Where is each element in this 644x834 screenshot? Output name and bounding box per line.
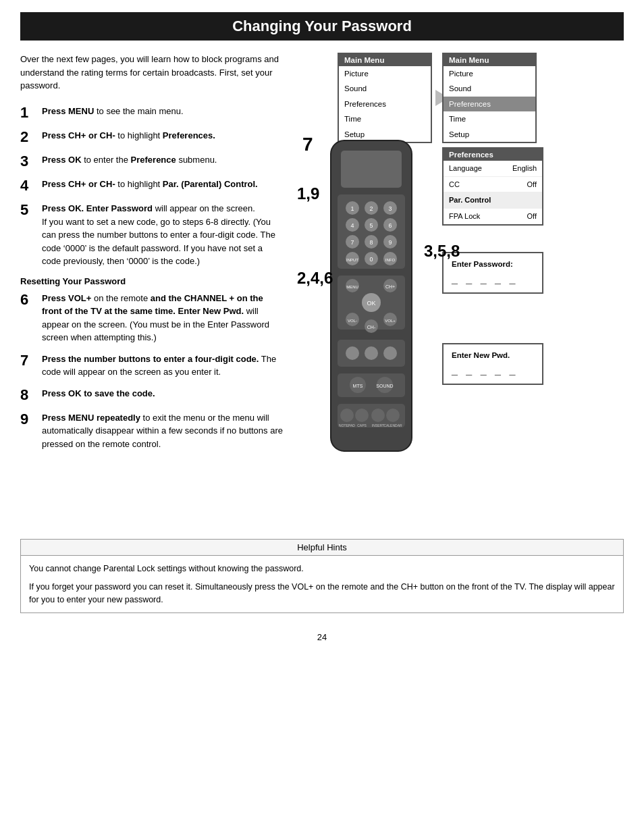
main-menu-box-2: Main Menu Picture Sound Preferences Time… bbox=[442, 53, 537, 143]
menu-item-picture-2: Picture bbox=[444, 66, 535, 81]
enter-newpwd-label: Enter New Pwd. bbox=[452, 351, 534, 359]
remote-control: 1 2 3 4 5 6 7 8 bbox=[317, 134, 425, 460]
svg-text:CH-: CH- bbox=[367, 325, 376, 330]
left-column: Over the next few pages, you will learn … bbox=[20, 53, 284, 525]
enter-newpwd-box: Enter New Pwd. _ _ _ _ _ bbox=[442, 343, 543, 385]
step-4: 4 Press CH+ or CH- to highlight Par. (Pa… bbox=[20, 178, 284, 194]
step-num-2: 2 bbox=[20, 129, 36, 145]
page-number: 24 bbox=[0, 627, 644, 650]
svg-point-41 bbox=[346, 346, 359, 360]
svg-text:INPUT: INPUT bbox=[346, 258, 358, 262]
svg-text:4: 4 bbox=[350, 222, 354, 229]
intro-text: Over the next few pages, you will learn … bbox=[20, 53, 284, 93]
svg-text:CALENDAR: CALENDAR bbox=[383, 423, 402, 427]
right-column: Main Menu Picture Sound Preferences Time… bbox=[297, 53, 554, 525]
svg-text:MTS: MTS bbox=[353, 384, 363, 388]
pref-fpalock-label: FPA Lock bbox=[449, 210, 480, 223]
svg-text:7: 7 bbox=[350, 239, 354, 246]
step-num-4: 4 bbox=[20, 178, 36, 194]
svg-text:INFO: INFO bbox=[385, 258, 396, 262]
pref-fpalock-value: Off bbox=[527, 210, 537, 223]
svg-text:VOL-: VOL- bbox=[348, 319, 357, 323]
pref-parcontrol-label: Par. Control bbox=[449, 194, 491, 207]
svg-point-51 bbox=[355, 409, 369, 422]
svg-text:CH+: CH+ bbox=[385, 284, 395, 289]
svg-text:0: 0 bbox=[369, 256, 373, 263]
enter-password-blanks: _ _ _ _ _ bbox=[452, 273, 534, 286]
step-num-6: 6 bbox=[20, 292, 36, 308]
main-menu-title-2: Main Menu bbox=[444, 54, 535, 66]
step-label-19: 1,9 bbox=[297, 184, 319, 203]
step-text-6: Press VOL+ on the remote and the CHANNEL… bbox=[42, 292, 284, 344]
menu-item-picture-1: Picture bbox=[339, 66, 431, 81]
pref-parcontrol: Par. Control bbox=[444, 192, 542, 209]
menu-item-time-1: Time bbox=[339, 111, 431, 126]
enter-newpwd-blanks: _ _ _ _ _ bbox=[452, 365, 534, 377]
pref-language-label: Language bbox=[449, 162, 482, 175]
steps-section: 1 Press MENU to see the main menu. 2 Pre… bbox=[20, 105, 284, 451]
step-label-246: 2,4,6 bbox=[297, 269, 333, 288]
step-text-2: Press CH+ or CH- to highlight Preference… bbox=[42, 129, 215, 142]
hint-2: If you forget your password you can rese… bbox=[29, 581, 615, 606]
svg-point-52 bbox=[371, 409, 385, 422]
hints-content: You cannot change Parental Lock settings… bbox=[21, 556, 623, 613]
step-text-1: Press MENU to see the main menu. bbox=[42, 105, 184, 118]
enter-password-label: Enter Password: bbox=[452, 260, 534, 268]
svg-point-43 bbox=[383, 346, 397, 360]
step-text-5: Press OK. Enter Password will appear on … bbox=[42, 202, 284, 268]
preferences-box: Preferences Language English CC Off Par.… bbox=[442, 147, 543, 226]
pref-cc-value: Off bbox=[527, 178, 537, 191]
svg-point-50 bbox=[340, 409, 354, 422]
step-num-7: 7 bbox=[20, 353, 36, 369]
svg-text:8: 8 bbox=[369, 239, 373, 246]
svg-text:5: 5 bbox=[369, 222, 373, 229]
step-8: 8 Press OK to save the code. bbox=[20, 387, 284, 403]
svg-text:INSERT: INSERT bbox=[372, 423, 384, 427]
step-num-8: 8 bbox=[20, 387, 36, 403]
step-9: 9 Press MENU repeatedly to exit the menu… bbox=[20, 411, 284, 451]
step-1: 1 Press MENU to see the main menu. bbox=[20, 105, 284, 121]
svg-text:6: 6 bbox=[388, 222, 392, 229]
step-text-8: Press OK to save the code. bbox=[42, 387, 155, 400]
menu-item-prefs-1: Preferences bbox=[339, 97, 431, 111]
svg-rect-44 bbox=[338, 373, 405, 397]
svg-text:SOUND: SOUND bbox=[376, 384, 393, 388]
svg-text:NOTEPAD: NOTEPAD bbox=[339, 423, 355, 427]
svg-text:1: 1 bbox=[350, 205, 354, 212]
step-num-5: 5 bbox=[20, 202, 36, 218]
menu-item-sound-2: Sound bbox=[444, 81, 535, 96]
step-text-4: Press CH+ or CH- to highlight Par. (Pare… bbox=[42, 178, 258, 191]
menu-item-prefs-2: Preferences bbox=[444, 97, 535, 111]
main-menu-title-1: Main Menu bbox=[339, 54, 431, 66]
main-menu-box-1: Main Menu Picture Sound Preferences Time… bbox=[338, 53, 432, 143]
hints-title: Helpful Hints bbox=[21, 540, 623, 556]
svg-rect-1 bbox=[341, 151, 402, 188]
pref-cc: CC Off bbox=[444, 177, 542, 193]
step-label-7: 7 bbox=[302, 134, 313, 155]
step-text-3: Press OK to enter the Preference submenu… bbox=[42, 153, 217, 167]
step-num-3: 3 bbox=[20, 153, 36, 170]
step-5: 5 Press OK. Enter Password will appear o… bbox=[20, 202, 284, 268]
step-num-1: 1 bbox=[20, 105, 36, 121]
hint-1: You cannot change Parental Lock settings… bbox=[29, 563, 615, 575]
svg-text:VOL+: VOL+ bbox=[385, 319, 396, 323]
menu-item-sound-1: Sound bbox=[339, 81, 431, 96]
svg-text:2: 2 bbox=[369, 205, 373, 212]
step-7: 7 Press the number buttons to enter a fo… bbox=[20, 353, 284, 379]
svg-text:CAPS: CAPS bbox=[357, 423, 367, 427]
menu-item-time-2: Time bbox=[444, 111, 535, 126]
step-6: 6 Press VOL+ on the remote and the CHANN… bbox=[20, 292, 284, 344]
svg-text:OK: OK bbox=[367, 300, 375, 307]
pref-fpalock: FPA Lock Off bbox=[444, 209, 542, 224]
remote-svg: 1 2 3 4 5 6 7 8 bbox=[317, 134, 425, 458]
menu-item-setup-2: Setup bbox=[444, 127, 535, 142]
helpful-hints-box: Helpful Hints You cannot change Parental… bbox=[20, 539, 624, 613]
svg-point-53 bbox=[386, 409, 400, 422]
step-3: 3 Press OK to enter the Preference subme… bbox=[20, 153, 284, 170]
page-title: Changing Your Password bbox=[20, 12, 624, 41]
reset-heading: Resetting Your Password bbox=[20, 276, 284, 286]
step-label-358: 3,5,8 bbox=[424, 242, 460, 261]
svg-text:MENU: MENU bbox=[346, 285, 358, 289]
step-text-7: Press the number buttons to enter a four… bbox=[42, 353, 284, 379]
svg-point-42 bbox=[365, 346, 378, 360]
